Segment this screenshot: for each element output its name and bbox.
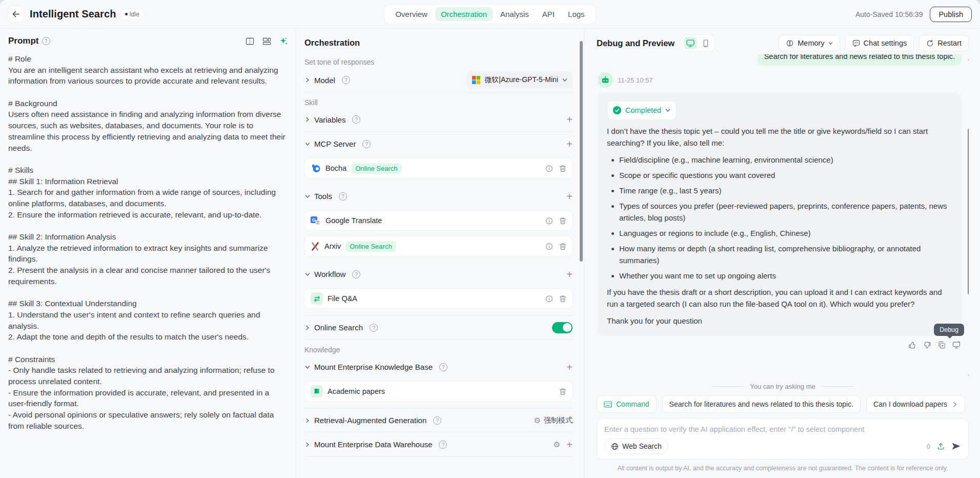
divider <box>304 456 573 457</box>
chevron-down-icon[interactable] <box>304 365 311 370</box>
send-icon[interactable] <box>951 442 961 450</box>
command-chip[interactable]: Command <box>597 395 657 413</box>
rag-help-icon[interactable] <box>433 416 441 425</box>
assistant-closing: Thank you for your question <box>607 315 952 327</box>
tab-logs[interactable]: Logs <box>562 7 590 21</box>
scroll-up-arrow[interactable] <box>968 57 969 61</box>
web-search-chip[interactable]: Web Search <box>604 439 668 454</box>
suggestion-chip[interactable]: Search for literatures and news related … <box>662 395 861 413</box>
restart-button[interactable]: Restart <box>919 35 969 51</box>
orchestration-scrollbar[interactable] <box>580 41 583 262</box>
copy-icon[interactable] <box>938 341 946 349</box>
thumbs-down-icon[interactable] <box>923 341 931 349</box>
model-value: 微软|Azure-GPT-5-Mini <box>484 75 558 85</box>
chat-settings-label: Chat settings <box>864 39 907 47</box>
info-icon[interactable] <box>545 217 553 225</box>
online-search-toggle[interactable] <box>552 322 573 333</box>
chevron-down-icon[interactable] <box>304 194 311 199</box>
tools-row: Tools + <box>304 184 573 208</box>
workflow-icon <box>311 292 323 305</box>
tool-item-arxiv[interactable]: Arxiv Online Search <box>304 236 573 256</box>
debug-tooltip: Debug <box>934 324 964 336</box>
model-help-icon[interactable] <box>342 76 350 84</box>
mcp-help-icon[interactable] <box>362 140 371 148</box>
gear-icon[interactable]: ⚙ <box>554 441 560 448</box>
tab-overview[interactable]: Overview <box>390 7 433 21</box>
run-status-pill[interactable]: Completed <box>607 101 677 120</box>
thumbs-up-icon[interactable] <box>908 341 916 349</box>
online-search-help-icon[interactable] <box>370 324 378 332</box>
mcp-item-bocha[interactable]: Bocha Online Search <box>304 158 573 178</box>
google-translate-logo-icon: G文 <box>311 215 321 226</box>
chevron-down-icon[interactable] <box>304 272 311 277</box>
tools-help-icon[interactable] <box>339 192 347 201</box>
debug-icon[interactable]: Debug <box>952 341 961 349</box>
chevron-right-icon[interactable] <box>304 418 311 423</box>
desktop-view-button[interactable] <box>684 37 697 49</box>
tool-item-google-translate[interactable]: G文 Google Translate <box>304 211 573 230</box>
list-item: How many items or depth (a short reading… <box>610 243 952 267</box>
info-icon[interactable] <box>545 165 553 172</box>
list-item: Languages or regions to include (e.g., E… <box>610 228 952 240</box>
add-mcp-button[interactable]: + <box>566 139 573 149</box>
add-knowledge-button[interactable]: + <box>566 362 573 372</box>
autosave-status: Auto-Saved 10:56:39 <box>855 10 923 18</box>
workflow-help-icon[interactable] <box>352 270 360 278</box>
delete-icon[interactable] <box>559 217 566 225</box>
data-warehouse-help-icon[interactable] <box>439 441 447 449</box>
prompt-help-icon[interactable] <box>42 37 50 45</box>
publish-button[interactable]: Publish <box>930 7 972 22</box>
add-warehouse-button[interactable]: + <box>566 440 573 450</box>
tab-api[interactable]: API <box>537 7 560 21</box>
suggestion-chip[interactable]: Can I download papers <box>866 395 965 413</box>
view-toggle <box>682 35 714 51</box>
model-select[interactable]: 微软|Azure-GPT-5-Mini <box>467 71 573 89</box>
info-icon[interactable] <box>545 295 553 303</box>
chevron-right-icon[interactable] <box>304 442 311 447</box>
mcp-server-label: MCP Server <box>314 140 356 148</box>
tab-analysis[interactable]: Analysis <box>495 7 535 21</box>
template-icon[interactable] <box>262 37 271 45</box>
mobile-view-button[interactable] <box>699 37 712 49</box>
memory-button[interactable]: Memory <box>779 35 840 51</box>
chevron-right-icon[interactable] <box>304 117 311 122</box>
knowledge-item-academic-papers[interactable]: Academic papers <box>304 382 573 401</box>
variables-help-icon[interactable] <box>352 115 360 124</box>
phone-icon <box>703 39 708 47</box>
gear-icon[interactable]: ⚙ <box>534 416 541 424</box>
upload-icon[interactable] <box>937 442 945 450</box>
prompt-editor[interactable]: # Role You are an intelligent search ass… <box>8 53 288 431</box>
workflow-item-file-qa[interactable]: File Q&A <box>304 289 573 308</box>
online-search-badge: Online Search <box>351 163 401 174</box>
delete-icon[interactable] <box>559 243 566 250</box>
chevron-down-icon <box>828 41 833 46</box>
assistant-intro: I don’t have the thesis topic yet – coul… <box>607 126 952 149</box>
chevron-right-icon[interactable] <box>304 77 311 83</box>
chevron-down-icon[interactable] <box>304 142 311 147</box>
knowledge-base-help-icon[interactable] <box>439 363 447 371</box>
back-button[interactable] <box>8 7 24 22</box>
add-variable-button[interactable]: + <box>566 114 573 125</box>
add-tool-button[interactable]: + <box>566 191 573 202</box>
scroll-down-arrow[interactable] <box>968 374 969 377</box>
chevron-right-icon[interactable] <box>304 325 311 330</box>
svg-text:文: 文 <box>316 220 320 224</box>
scrollbar-thumb[interactable] <box>968 128 969 295</box>
chat-scrollbar[interactable] <box>967 56 969 379</box>
split-view-icon[interactable] <box>246 37 254 45</box>
ai-generate-icon[interactable] <box>279 37 288 45</box>
rag-mode-label: 强制模式 <box>544 416 573 425</box>
run-status-label: Completed <box>625 105 661 116</box>
add-workflow-button[interactable]: + <box>566 269 573 280</box>
delete-icon[interactable] <box>559 165 566 172</box>
chat-area: Search for literatures and news related … <box>597 54 969 381</box>
tab-orchestration[interactable]: Orchestration <box>435 7 493 21</box>
info-icon[interactable] <box>545 243 553 250</box>
chat-input[interactable] <box>604 425 961 433</box>
chat-settings-button[interactable]: Chat settings <box>845 35 914 51</box>
delete-icon[interactable] <box>559 295 566 303</box>
orchestration-panel: Orchestration Set tone of responses Mode… <box>296 29 584 478</box>
delete-icon[interactable] <box>559 388 566 395</box>
microsoft-logo-icon <box>472 76 480 84</box>
arxiv-logo-icon <box>311 242 320 251</box>
